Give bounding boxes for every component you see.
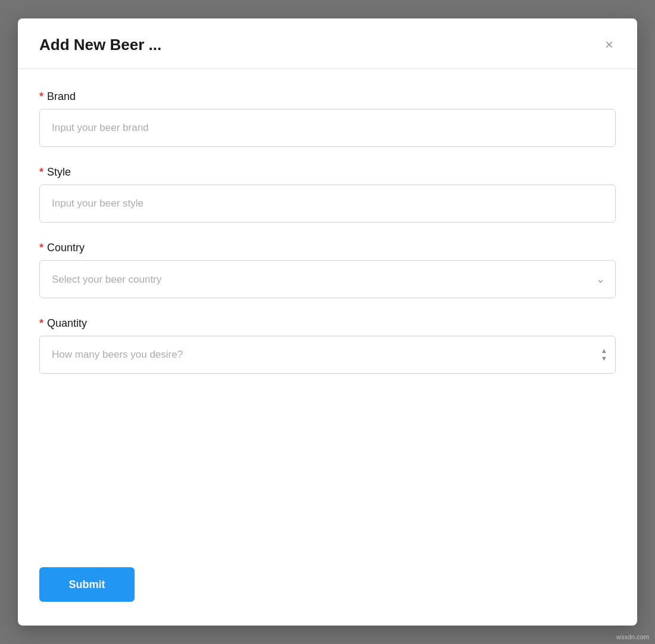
quantity-input-wrapper: ▲ ▼ <box>39 336 616 374</box>
modal-body: * Brand * Style * Country Select your be… <box>18 69 637 565</box>
brand-field-group: * Brand <box>39 90 616 147</box>
style-label-text: Style <box>47 166 71 179</box>
modal-footer: Submit <box>18 565 637 626</box>
quantity-label-text: Quantity <box>47 317 87 330</box>
close-button[interactable]: × <box>603 35 616 54</box>
style-input[interactable] <box>39 185 616 223</box>
brand-input[interactable] <box>39 109 616 147</box>
brand-label: * Brand <box>39 90 616 103</box>
modal-title: Add New Beer ... <box>39 36 161 54</box>
style-required-star: * <box>39 166 43 179</box>
country-required-star: * <box>39 242 43 254</box>
quantity-required-star: * <box>39 317 43 330</box>
modal-header: Add New Beer ... × <box>18 18 637 69</box>
country-select-wrapper: Select your beer country ⌄ <box>39 260 616 298</box>
style-field-group: * Style <box>39 166 616 223</box>
submit-button[interactable]: Submit <box>39 567 135 602</box>
quantity-field-group: * Quantity ▲ ▼ <box>39 317 616 374</box>
country-label: * Country <box>39 242 616 254</box>
country-select[interactable]: Select your beer country <box>39 260 616 298</box>
brand-label-text: Brand <box>47 90 76 103</box>
brand-required-star: * <box>39 90 43 103</box>
quantity-input[interactable] <box>39 336 616 374</box>
modal-dialog: Add New Beer ... × * Brand * Style * Cou… <box>18 18 637 626</box>
watermark: wsxdn.com <box>616 633 649 640</box>
quantity-label: * Quantity <box>39 317 616 330</box>
country-label-text: Country <box>47 242 85 254</box>
country-field-group: * Country Select your beer country ⌄ <box>39 242 616 298</box>
style-label: * Style <box>39 166 616 179</box>
